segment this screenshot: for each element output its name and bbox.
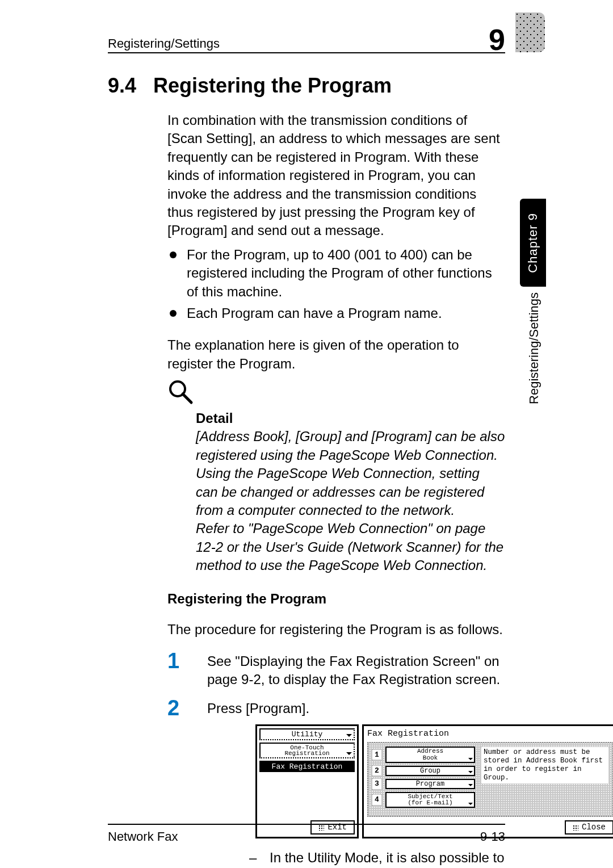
- running-footer: Network Fax 9-13: [108, 824, 505, 844]
- breadcrumb-label: Fax Registration: [272, 762, 343, 771]
- menu-label: (for E-mail): [408, 799, 452, 806]
- breadcrumb-stack: Utility One-Touch Registration Fax Regis…: [259, 728, 355, 772]
- header-rule: [108, 52, 505, 53]
- menu-program-button[interactable]: Program: [385, 779, 475, 789]
- lcd-menu-index: 3: [372, 778, 382, 790]
- detail-paragraph: Refer to "PageScope Web Connection" on p…: [196, 519, 505, 575]
- menu-label: Book: [423, 754, 438, 761]
- lcd-screen-title: Fax Registration: [367, 728, 613, 740]
- detail-icon: [167, 379, 505, 406]
- lcd-menu-row: 1 Address Book: [372, 747, 475, 762]
- breadcrumb-label: Utility: [292, 730, 323, 739]
- step-item: 1 See "Displaying the Fax Registration S…: [167, 652, 505, 689]
- breadcrumb-fax-registration[interactable]: Fax Registration: [259, 761, 355, 773]
- detail-heading: Detail: [196, 409, 505, 427]
- lcd-screenshot: Utility One-Touch Registration Fax Regis…: [255, 724, 613, 838]
- breadcrumb-utility[interactable]: Utility: [259, 728, 355, 740]
- lcd-body: 1 Address Book 2 Group: [367, 742, 613, 817]
- running-header-section: Registering/Settings: [108, 36, 220, 51]
- intro-bullet: For the Program, up to 400 (001 to 400) …: [167, 246, 505, 301]
- step-text: Press [Program].: [207, 701, 309, 716]
- breadcrumb-one-touch[interactable]: One-Touch Registration: [259, 743, 355, 758]
- breadcrumb-label: Registration: [284, 750, 329, 757]
- running-header: Registering/Settings 9: [108, 22, 505, 51]
- running-header-chapter-digit: 9: [489, 25, 505, 54]
- lcd-menu-index: 1: [372, 749, 382, 761]
- step-number: 1: [167, 647, 179, 676]
- step-number: 2: [167, 694, 179, 723]
- lcd-left-panel: Utility One-Touch Registration Fax Regis…: [255, 724, 359, 838]
- footer-doc-name: Network Fax: [108, 829, 178, 844]
- intro-followup: The explanation here is given of the ope…: [167, 336, 505, 373]
- step-text: See "Displaying the Fax Registration Scr…: [207, 653, 500, 687]
- side-tab: Chapter 9 Registering/Settings: [520, 199, 546, 494]
- lcd-menu-row: 2 Group: [372, 765, 475, 777]
- close-button[interactable]: Close: [565, 820, 613, 835]
- lcd-hint-text: Number or address must be stored in Addr…: [481, 747, 609, 784]
- menu-label: Address: [417, 748, 443, 754]
- menu-label: Subject/Text: [408, 793, 452, 800]
- side-tab-chapter-box: Chapter 9: [520, 199, 546, 287]
- svg-line-1: [183, 394, 191, 402]
- side-tab-chapter: Chapter 9: [526, 213, 540, 273]
- section-number: 9.4: [108, 74, 136, 98]
- detail-block: Detail [Address Book], [Group] and [Prog…: [196, 409, 505, 575]
- close-icon: [573, 825, 578, 831]
- corner-tab-decor: [515, 12, 545, 52]
- lcd-menu-column: 1 Address Book 2 Group: [372, 747, 475, 808]
- lcd-right-panel: Fax Registration 1 Address Book: [362, 724, 613, 838]
- menu-subject-text-button[interactable]: Subject/Text (for E-mail): [385, 792, 475, 808]
- side-tab-section: Registering/Settings: [527, 292, 541, 404]
- intro-bullet-list: For the Program, up to 400 (001 to 400) …: [167, 246, 505, 323]
- lcd-menu-row: 4 Subject/Text (for E-mail): [372, 792, 475, 808]
- step-subnote: In the Utility Mode, it is also possible…: [247, 849, 505, 868]
- lcd-menu-index: 2: [372, 765, 382, 777]
- section-heading: 9.4 Registering the Program: [108, 74, 505, 98]
- menu-label: Group: [420, 767, 440, 775]
- menu-address-book-button[interactable]: Address Book: [385, 747, 475, 762]
- detail-paragraph: [Address Book], [Group] and [Program] ca…: [196, 427, 505, 519]
- intro-bullet: Each Program can have a Program name.: [167, 304, 505, 322]
- menu-label: Program: [416, 780, 444, 788]
- menu-group-button[interactable]: Group: [385, 766, 475, 776]
- close-label: Close: [582, 822, 606, 833]
- procedure-subhead: Registering the Program: [167, 591, 505, 607]
- footer-page-number: 9-13: [480, 829, 505, 844]
- lcd-menu-index: 4: [372, 794, 382, 806]
- procedure-intro: The procedure for registering the Progra…: [167, 620, 505, 639]
- intro-paragraph: In combination with the transmission con…: [167, 111, 505, 240]
- lcd-menu-row: 3 Program: [372, 778, 475, 790]
- section-title-text: Registering the Program: [153, 74, 392, 98]
